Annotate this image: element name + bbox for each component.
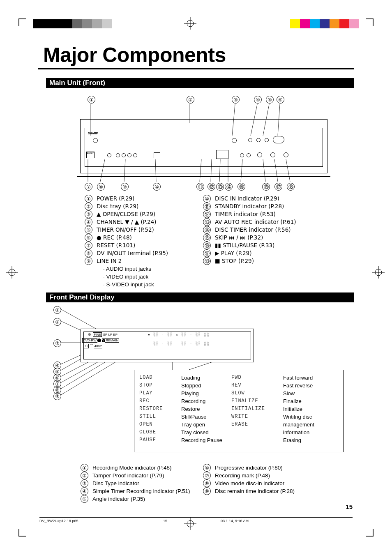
legend-column-left: ①POWER (P.29)②Disc tray (P.29)③▲ OPEN/CL… [85, 195, 168, 288]
registration-crosshair [184, 17, 196, 30]
registration-crosshair [372, 266, 385, 279]
registration-crosshair [6, 266, 18, 279]
svg-line-40 [189, 362, 214, 370]
page-footer: DV_RW2U#p12-18.p65 15 03.1.14, 9:16 AM [39, 519, 353, 523]
device-front-diagram: SHARP RESET [80, 119, 327, 173]
legend-column-right: ⑩DISC IN indicator (P.29)⑪STANDBY indica… [203, 195, 296, 265]
fpd-legend-left: ①Recording Mode indicator (P.48)②Tamper … [81, 464, 190, 503]
footer-timestamp: 03.1.14, 9:16 AM [221, 519, 249, 523]
display-status-table: LOADSTOPPLAYRECRESTORESTILLOPENCLOSEPAUS… [134, 370, 344, 452]
page-title: Major Components [43, 43, 226, 67]
footer-filename: DV_RW2U#p12-18.p65 [39, 519, 78, 523]
color-swatch [290, 19, 300, 28]
section-front-panel-display: Front Panel Display [46, 292, 354, 302]
footer-page: 15 [163, 519, 167, 523]
section-main-unit-front: Main Unit (Front) [46, 78, 354, 88]
crop-mark [18, 18, 26, 19]
page-number: 15 [346, 503, 353, 510]
fpd-legend-right: ⑥Progressive indicator (P.80)⑦Recording … [203, 464, 295, 495]
title-rule [38, 68, 354, 69]
